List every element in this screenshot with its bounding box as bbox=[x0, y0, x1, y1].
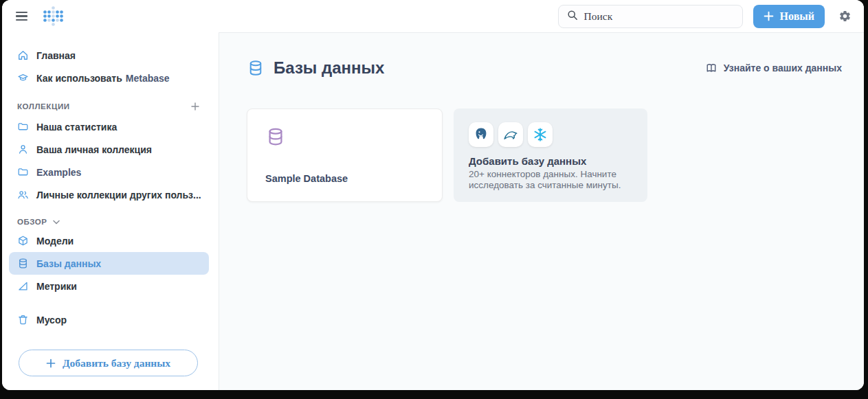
sidebar-item-examples[interactable]: Examples bbox=[9, 161, 209, 183]
browse-header-label: ОБЗОР bbox=[17, 218, 47, 226]
add-database-card-subtitle: 20+ коннекторов данных. Начните исследов… bbox=[469, 169, 632, 192]
sidebar-item-label: Метрики bbox=[36, 281, 77, 292]
learn-link-label: Узнайте о ваших данных bbox=[724, 62, 842, 73]
search-input[interactable]: Поиск bbox=[558, 5, 743, 28]
sidebar-item-label: Ваша личная коллекция bbox=[36, 144, 152, 155]
graduation-cap-icon bbox=[17, 72, 29, 84]
model-cube-icon bbox=[17, 235, 29, 247]
metric-icon bbox=[17, 280, 29, 292]
add-database-button[interactable]: Добавить базу данных bbox=[19, 350, 198, 376]
trash-icon bbox=[17, 314, 29, 326]
search-icon bbox=[567, 10, 578, 23]
sidebar-item-label: Наша статистика bbox=[36, 122, 117, 133]
database-icon bbox=[247, 59, 265, 77]
add-database-card-title: Добавить базу данных bbox=[469, 155, 632, 167]
home-icon bbox=[17, 49, 29, 61]
people-icon bbox=[17, 189, 29, 201]
add-database-button-label: Добавить базу данных bbox=[63, 357, 170, 369]
learn-about-data-link[interactable]: Узнайте о ваших данных bbox=[705, 62, 842, 74]
sidebar-item-label: Главная bbox=[36, 50, 76, 61]
sidebar-item-label-suffix: Metabase bbox=[126, 73, 170, 84]
book-icon bbox=[705, 62, 717, 74]
sidebar-item-databases[interactable]: Базы данных bbox=[9, 252, 209, 275]
collections-header-label: КОЛЛЕКЦИИ bbox=[17, 102, 70, 111]
database-icon bbox=[265, 126, 424, 147]
plus-icon bbox=[764, 11, 774, 21]
browse-section-header[interactable]: ОБЗОР bbox=[17, 218, 201, 226]
person-icon bbox=[17, 144, 29, 155]
app-window: Поиск Новый Главная bbox=[2, 0, 864, 390]
new-button-label: Новый bbox=[780, 10, 814, 23]
new-button[interactable]: Новый bbox=[753, 5, 825, 28]
settings-gear-icon[interactable] bbox=[834, 5, 856, 27]
metabase-logo-icon[interactable] bbox=[43, 5, 64, 27]
page-title: Базы данных bbox=[274, 58, 384, 78]
sidebar-item-home[interactable]: Главная bbox=[9, 44, 209, 67]
sidebar-item-label: Базы данных bbox=[36, 258, 101, 269]
sidebar-item-howto[interactable]: Как использовать Metabase bbox=[9, 67, 209, 89]
sidebar-item-our-analytics[interactable]: Наша статистика bbox=[9, 115, 209, 138]
sidebar-item-metrics[interactable]: Метрики bbox=[9, 275, 209, 297]
sidebar: Главная Как использовать Metabase КОЛЛЕК… bbox=[2, 32, 219, 390]
sidebar-item-personal-collection[interactable]: Ваша личная коллекция bbox=[9, 138, 209, 161]
top-bar: Поиск Новый bbox=[2, 0, 864, 32]
snowflake-icon bbox=[528, 122, 553, 147]
sidebar-item-label: Examples bbox=[36, 167, 81, 178]
sidebar-item-label: Модели bbox=[36, 236, 74, 247]
database-icon bbox=[17, 258, 29, 269]
chevron-down-icon bbox=[53, 220, 60, 225]
folder-icon bbox=[17, 121, 29, 133]
add-database-card[interactable]: Добавить базу данных 20+ коннекторов дан… bbox=[454, 109, 647, 202]
sidebar-item-trash[interactable]: Мусор bbox=[9, 308, 209, 331]
sidebar-item-label: Личные коллекции других польз... bbox=[36, 190, 201, 201]
database-card-sample[interactable]: Sample Database bbox=[247, 109, 443, 202]
sidebar-item-other-personal-collections[interactable]: Личные коллекции других польз... bbox=[9, 183, 209, 206]
postgresql-icon bbox=[469, 122, 493, 147]
sidebar-item-label: Как использовать bbox=[36, 73, 122, 84]
sidebar-toggle-button[interactable] bbox=[16, 8, 34, 25]
folder-icon bbox=[17, 166, 29, 178]
collections-section-header: КОЛЛЕКЦИИ bbox=[17, 101, 201, 112]
main-content: Базы данных Узнайте о ваших данных bbox=[219, 32, 864, 390]
plus-icon bbox=[46, 358, 56, 368]
mysql-icon bbox=[498, 122, 523, 147]
database-card-name: Sample Database bbox=[265, 173, 424, 184]
search-placeholder: Поиск bbox=[584, 10, 613, 23]
add-collection-button[interactable] bbox=[190, 101, 201, 112]
sidebar-item-label: Мусор bbox=[36, 315, 67, 326]
sidebar-item-models[interactable]: Модели bbox=[9, 229, 209, 252]
